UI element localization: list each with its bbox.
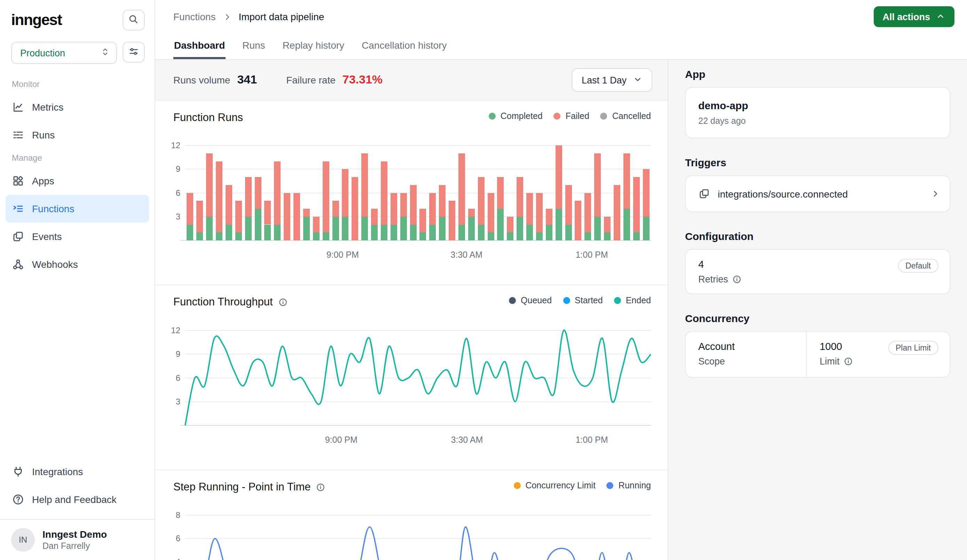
trigger-card[interactable]: integrations/source.connected	[685, 175, 950, 212]
legend-dot	[513, 482, 520, 489]
main-area: Functions Import data pipeline All actio…	[155, 0, 967, 560]
search-button[interactable]	[122, 10, 145, 31]
legend-dot	[554, 113, 561, 120]
function-runs-section: Function Runs CompletedFailedCancelled 1…	[155, 101, 668, 285]
runs-volume-value: 341	[237, 73, 257, 87]
sidebar-spacer	[0, 278, 155, 458]
plug-icon	[12, 465, 24, 478]
limit-label: Limit	[820, 356, 840, 367]
svg-text:12: 12	[171, 140, 180, 150]
tab-cancellation-history[interactable]: Cancellation history	[361, 33, 447, 59]
sidebar-item-apps[interactable]: Apps	[6, 167, 149, 195]
events-icon	[12, 230, 24, 243]
environment-label: Production	[20, 48, 65, 58]
app-card[interactable]: demo-app 22 days ago	[685, 87, 950, 138]
user-org: Dan Farrelly	[43, 541, 107, 551]
sidebar: inngest Production MonitorMetricsRunsMan…	[0, 0, 155, 560]
svg-text:3:30 AM: 3:30 AM	[451, 435, 483, 445]
metrics-icon	[12, 101, 24, 114]
environment-select[interactable]: Production	[11, 42, 117, 64]
sidebar-item-help-and-feedback[interactable]: Help and Feedback	[6, 486, 149, 513]
step-running-legend: Concurrency LimitRunning	[513, 481, 651, 491]
svg-text:9: 9	[176, 349, 180, 359]
function-runs-chart: 129639:00 PM3:30 AM1:00 PM	[155, 133, 651, 265]
info-icon[interactable]	[844, 357, 853, 366]
function-throughput-title: Function Throughput	[173, 296, 273, 308]
dashboard-column: Runs volume 341 Failure rate 73.31% Last…	[155, 60, 668, 560]
webhook-icon	[12, 258, 24, 271]
breadcrumb-functions[interactable]: Functions	[173, 11, 216, 22]
step-running-section: Step Running - Point in Time Concurrency…	[155, 470, 668, 560]
sidebar-item-metrics[interactable]: Metrics	[6, 93, 149, 121]
failure-rate-label: Failure rate	[286, 74, 335, 86]
chevron-right-icon	[223, 12, 231, 21]
function-runs-legend: CompletedFailedCancelled	[489, 111, 651, 121]
search-icon	[128, 13, 139, 27]
function-runs-title: Function Runs	[173, 111, 243, 124]
trigger-event-name: integrations/source.connected	[718, 188, 848, 199]
sidebar-footer: IntegrationsHelp and Feedback	[0, 458, 155, 519]
content: Runs volume 341 Failure rate 73.31% Last…	[155, 60, 967, 560]
function-throughput-chart: 129639:00 PM3:30 AM1:00 PM	[155, 317, 651, 450]
chevrons-up-down-icon	[100, 47, 111, 59]
svg-text:3: 3	[176, 212, 180, 221]
sidebar-item-label: Runs	[32, 129, 54, 140]
svg-text:6: 6	[176, 534, 180, 543]
legend-started: Started	[563, 296, 603, 305]
info-icon[interactable]	[279, 297, 287, 306]
all-actions-button[interactable]: All actions	[873, 6, 954, 27]
svg-text:8: 8	[176, 510, 180, 520]
sidebar-item-functions[interactable]: Functions	[6, 195, 149, 222]
user-menu[interactable]: IN Inngest Demo Dan Farrelly	[0, 520, 155, 560]
chevron-right-icon	[931, 189, 940, 198]
legend-dot	[509, 297, 516, 304]
sidebar-item-label: Metrics	[32, 102, 63, 113]
svg-text:9:00 PM: 9:00 PM	[327, 250, 359, 259]
runs-icon	[12, 129, 24, 141]
app-heading: App	[685, 68, 950, 80]
step-running-chart: 864	[155, 502, 651, 560]
svg-text:1:00 PM: 1:00 PM	[575, 250, 608, 259]
legend-dot	[614, 297, 621, 304]
time-range-select[interactable]: Last 1 Day	[572, 68, 652, 92]
legend-running: Running	[607, 481, 651, 491]
tab-replay-history[interactable]: Replay history	[282, 33, 345, 59]
legend-cancelled: Cancelled	[601, 111, 651, 121]
app-synced: 22 days ago	[698, 116, 937, 126]
limit-badge: Plan Limit	[888, 341, 939, 355]
concurrency-card: Account Scope 1000 Limit Plan Limit	[685, 331, 950, 378]
sidebar-item-runs[interactable]: Runs	[6, 121, 149, 149]
tab-runs[interactable]: Runs	[242, 33, 266, 59]
sidebar-item-label: Integrations	[32, 466, 83, 477]
runs-volume-label: Runs volume	[173, 74, 230, 86]
svg-text:4: 4	[176, 557, 180, 560]
legend-dot	[607, 482, 614, 489]
time-range-label: Last 1 Day	[582, 75, 627, 85]
user-name: Inngest Demo	[43, 529, 107, 540]
step-running-title: Step Running - Point in Time	[173, 481, 311, 493]
retries-label: Retries	[698, 274, 728, 285]
concurrency-heading: Concurrency	[685, 312, 950, 324]
function-throughput-section: Function Throughput QueuedStartedEnded 1…	[155, 285, 668, 470]
info-icon[interactable]	[317, 483, 325, 491]
chevron-down-icon	[633, 74, 643, 86]
legend-failed: Failed	[554, 111, 589, 121]
apps-icon	[12, 175, 24, 187]
sidebar-item-events[interactable]: Events	[6, 222, 149, 250]
app-name: demo-app	[698, 99, 937, 111]
failure-rate-value: 73.31%	[343, 73, 383, 87]
legend-ended: Ended	[614, 296, 651, 305]
sidebar-nav: MonitorMetricsRunsManageAppsFunctionsEve…	[0, 75, 155, 278]
legend-concurrency-limit: Concurrency Limit	[513, 481, 595, 491]
sliders-icon	[128, 46, 139, 59]
section-label-monitor: Monitor	[6, 75, 149, 93]
svg-text:3:30 AM: 3:30 AM	[450, 250, 482, 259]
tab-dashboard[interactable]: Dashboard	[173, 33, 226, 59]
svg-text:1:00 PM: 1:00 PM	[575, 435, 608, 445]
chevron-up-icon	[936, 11, 946, 23]
legend-dot	[489, 113, 496, 120]
sidebar-item-webhooks[interactable]: Webhooks	[6, 250, 149, 278]
env-filter-button[interactable]	[122, 42, 145, 63]
sidebar-item-integrations[interactable]: Integrations	[6, 458, 149, 486]
info-icon[interactable]	[733, 275, 741, 284]
